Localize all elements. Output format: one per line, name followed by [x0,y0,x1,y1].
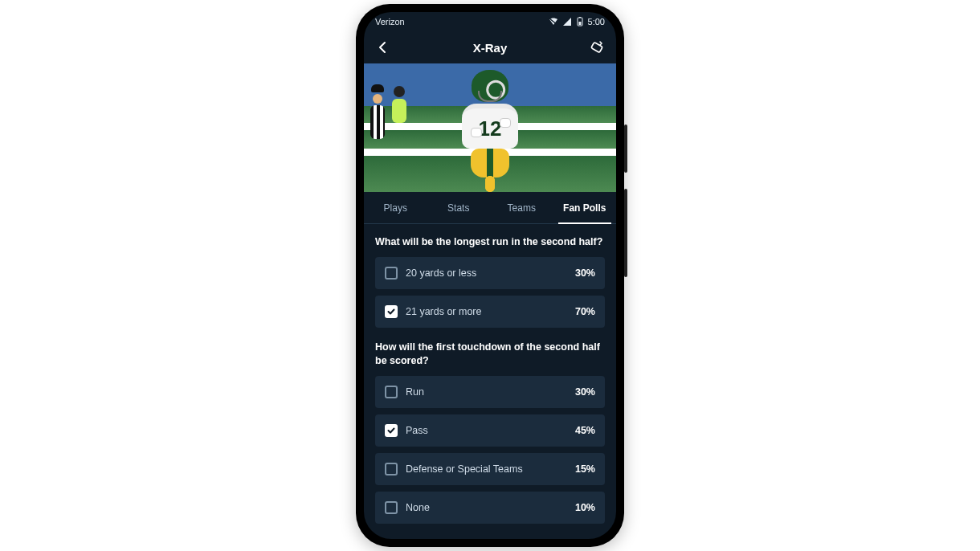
poll-option-percent: 10% [575,502,595,513]
tab-stats[interactable]: Stats [427,192,491,223]
title-bar: X-Ray [364,31,616,63]
poll-question: What will be the longest run in the seco… [375,235,605,249]
tab-label: Stats [447,202,469,214]
player-figure: 12 [442,70,538,190]
poll-option-label: Run [406,386,424,398]
checkbox-checked-icon[interactable] [385,305,398,318]
jersey-number: 12 [479,116,502,141]
svg-rect-2 [578,22,581,25]
poll-option-label: 21 yards or more [406,306,481,317]
screen: Verizon 5:00 X-Ray [364,12,616,539]
poll-option[interactable]: 20 yards or less30% [375,257,605,289]
status-icons: 5:00 [549,17,605,27]
checkbox-checked-icon[interactable] [385,424,398,437]
wifi-off-icon [549,18,558,26]
poll-option-percent: 70% [575,306,595,317]
poll-option-percent: 30% [575,267,595,279]
carrier-label: Verizon [375,17,405,27]
poll-option[interactable]: Defense or Special Teams15% [375,453,605,485]
checkbox-icon[interactable] [385,501,398,514]
poll-option[interactable]: Pass45% [375,414,605,447]
back-button[interactable] [374,38,393,57]
checkbox-icon[interactable] [385,463,398,475]
tab-bar: PlaysStatsTeamsFan Polls [364,192,616,224]
poll-group: How will the first touchdown of the seco… [375,341,605,524]
page-title: X-Ray [473,41,508,55]
tab-plays[interactable]: Plays [364,192,427,223]
poll-option[interactable]: None10% [375,492,605,524]
poll-question: Which team defense will be the first to … [375,537,605,539]
svg-rect-3 [579,17,581,18]
fan-polls-content[interactable]: What will be the longest run in the seco… [364,224,616,539]
tab-label: Fan Polls [563,202,606,214]
bystander-figure [391,86,407,126]
stage: Verizon 5:00 X-Ray [0,0,980,551]
clock-label: 5:00 [588,17,605,27]
poll-question: How will the first touchdown of the seco… [375,341,605,368]
poll-group: What will be the longest run in the seco… [375,235,605,328]
tab-label: Teams [508,202,536,214]
poll-option-label: Pass [406,425,428,436]
checkbox-icon[interactable] [385,267,398,280]
poll-option[interactable]: Run30% [375,376,605,408]
rotate-button[interactable] [587,38,606,57]
poll-option-label: None [406,502,430,513]
poll-option-label: 20 yards or less [406,267,476,279]
poll-option-percent: 45% [575,425,595,436]
poll-option-percent: 30% [575,386,595,398]
poll-option[interactable]: 21 yards or more70% [375,296,605,328]
checkbox-icon[interactable] [385,386,398,398]
tab-fanpolls[interactable]: Fan Polls [553,192,617,223]
battery-icon [576,17,584,27]
status-bar: Verizon 5:00 [364,12,616,31]
phone-side-button [624,124,627,173]
cell-signal-icon [562,18,572,26]
referee-figure [369,84,386,149]
video-hero[interactable]: 12 [364,63,616,192]
tab-label: Plays [384,202,407,214]
phone-frame: Verizon 5:00 X-Ray [356,4,624,547]
tab-teams[interactable]: Teams [490,192,553,223]
rotate-icon [590,40,604,55]
poll-option-percent: 15% [575,463,595,475]
phone-side-button [624,189,627,277]
poll-group: Which team defense will be the first to … [375,537,605,539]
chevron-left-icon [377,41,390,54]
poll-option-label: Defense or Special Teams [406,463,523,475]
